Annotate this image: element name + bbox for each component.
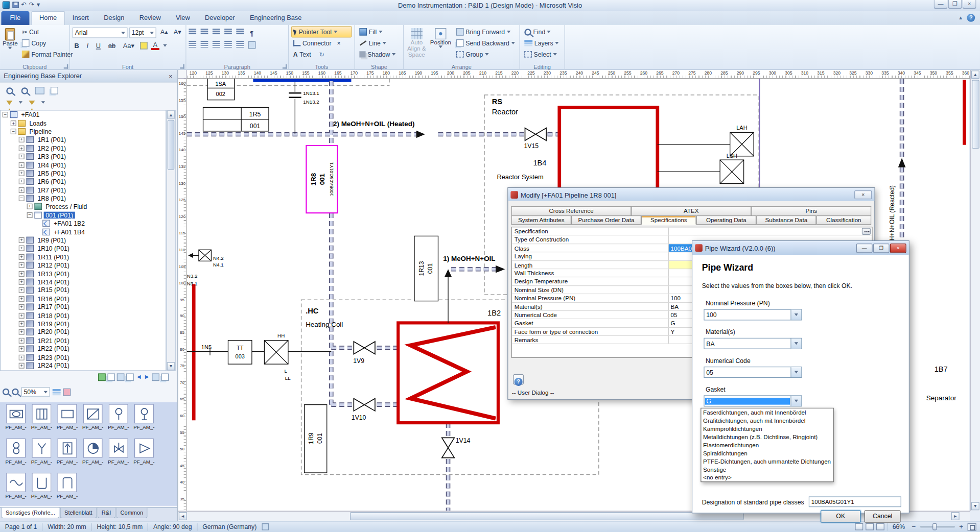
valve-1v14[interactable]	[442, 438, 454, 457]
tree-expander-icon[interactable]: +	[27, 204, 33, 209]
tree-item[interactable]: +1R14 (P01)	[1, 278, 166, 286]
window-split-icon[interactable]	[117, 373, 125, 381]
line-button[interactable]: Line	[358, 37, 401, 49]
navigate-back-icon[interactable]: ◄	[136, 373, 142, 381]
pipe-wizard-titlebar[interactable]: Pipe Wizard (V2.0.0 (6)) — ❐ ×	[692, 241, 908, 255]
format-painter-button[interactable]: Format Painter	[20, 49, 75, 60]
property-label[interactable]: Numerical Code	[512, 311, 669, 319]
tree-item[interactable]: +Process / Fluid	[1, 203, 166, 211]
tree-scrollbar[interactable]: ▲ ▼	[166, 110, 175, 371]
tree-item[interactable]: +1R16 (P01)	[1, 295, 166, 303]
stencil-shape[interactable]: PF_AM_-	[29, 473, 54, 506]
window-cascade-icon[interactable]	[126, 373, 134, 381]
shape-height-indicator[interactable]: Height: 10,5 mm	[92, 523, 148, 530]
tree-expander-icon[interactable]: +	[19, 179, 25, 184]
stencil-shape[interactable]: PF_AM_-	[106, 404, 131, 438]
tree-item[interactable]: +1R20 (P01)	[1, 328, 166, 336]
valve-1v15[interactable]	[525, 128, 546, 140]
tree-expander-icon[interactable]: +	[19, 262, 25, 268]
tree-item[interactable]: +1R2 (P01)	[1, 144, 166, 152]
stencil-shape[interactable]: PF_AM_-	[29, 439, 54, 473]
tree-item[interactable]: −+FA01	[1, 111, 166, 119]
chevron-down-icon[interactable]	[790, 396, 801, 406]
shape-width-indicator[interactable]: Width: 20 mm	[42, 523, 91, 530]
explorer-close-icon[interactable]: ×	[166, 72, 175, 81]
tab-substance-data[interactable]: Substance Data	[756, 215, 816, 225]
ribbon-tab-review[interactable]: Review	[132, 11, 168, 25]
fill-button[interactable]: Fill	[358, 26, 401, 37]
chevron-down-icon[interactable]	[790, 310, 801, 320]
tree-expander-icon[interactable]: −	[19, 196, 25, 201]
vertical-scrollbar[interactable]: ▲ ▼	[970, 70, 980, 511]
align-center-icon[interactable]	[201, 29, 208, 35]
valve-1v10[interactable]	[354, 398, 375, 410]
horizontal-scrollbar-thumb[interactable]	[350, 512, 744, 520]
language-indicator[interactable]: German (Germany)	[197, 523, 262, 530]
stencil-zoom-combo[interactable]: 50%	[21, 387, 50, 396]
change-case-button[interactable]: Aa▾	[121, 41, 136, 50]
tab-cross-reference[interactable]: Cross Reference	[511, 206, 632, 215]
property-value[interactable]	[669, 227, 872, 235]
valve-1v9[interactable]	[354, 342, 375, 354]
nominal-pressure-combo[interactable]: 100	[704, 309, 802, 320]
position-button[interactable]: Position	[430, 26, 451, 60]
grid-view-icon[interactable]	[49, 86, 60, 96]
align-middle-icon[interactable]	[201, 41, 208, 47]
tree-item[interactable]: +1R24 (P01)	[1, 361, 166, 370]
dropdown-option[interactable]: PTFE-Dichtungen, auch ummantelte Dichtun…	[701, 457, 833, 465]
dropdown-option[interactable]: Elastomerdichtungen	[701, 441, 833, 449]
tree-expander-icon[interactable]: +	[19, 271, 25, 276]
tree-item[interactable]: +1R17 (P01)	[1, 303, 166, 311]
maximize-button[interactable]: ❐	[948, 0, 962, 9]
property-label[interactable]: Design Temperature	[512, 278, 669, 285]
paste-button[interactable]: Paste	[3, 26, 18, 60]
stencil-shape[interactable]: PF_AM_-	[131, 439, 157, 473]
tree-expander-icon[interactable]: +	[19, 154, 25, 159]
tab-pins[interactable]: Pins	[751, 206, 871, 215]
ribbon-tab-developer[interactable]: Developer	[197, 11, 242, 25]
filter-2-dropdown-icon[interactable]	[41, 101, 45, 104]
tree-item[interactable]: +1R5 (P01)	[1, 169, 166, 177]
stencil-zoom-out-icon[interactable]	[12, 389, 18, 395]
heating-coil-element[interactable]	[411, 327, 496, 419]
zoom-in-tree-icon[interactable]	[4, 86, 15, 96]
stencil-tab-stellenblatt[interactable]: Stellenblatt	[60, 507, 97, 518]
title-bar[interactable]: ↶ ↷ ▾ Demo Instrumentation : P&ID 1 (Des…	[0, 0, 980, 11]
stencil-shape[interactable]: PF_AM_-	[80, 439, 106, 473]
materials-combo[interactable]: BA	[704, 338, 802, 349]
modify-dialog-titlebar[interactable]: Modify [+FA01 Pipeline 1R8 001] ×	[508, 188, 874, 201]
tree-expander-icon[interactable]: +	[19, 137, 25, 142]
tree-expander-icon[interactable]: +	[19, 279, 25, 285]
ribbon-tab-file[interactable]: File	[1, 11, 29, 25]
wizard-minimize-button[interactable]: —	[856, 243, 873, 252]
group-button[interactable]: Group	[454, 49, 517, 60]
dialog-help-button[interactable]: ?	[513, 374, 524, 385]
zoom-in-icon[interactable]: +	[958, 523, 965, 530]
property-label[interactable]: Face form or type of connection	[512, 328, 669, 335]
ok-button[interactable]: OK	[821, 510, 860, 522]
property-label[interactable]: Specification	[512, 227, 669, 235]
gasket-combo[interactable]: G	[704, 395, 802, 406]
align-top-icon[interactable]	[189, 41, 196, 47]
zoom-slider-thumb[interactable]	[932, 523, 937, 530]
tree-item[interactable]: +1R22 (P01)	[1, 345, 166, 353]
scroll-up-icon[interactable]: ▲	[167, 111, 175, 119]
dropdown-option[interactable]: Kammprofildichtungen	[701, 425, 833, 433]
tree-expander-icon[interactable]: +	[11, 120, 16, 126]
tab-atex[interactable]: ATEX	[631, 206, 751, 215]
stencil-shape[interactable]: PF_AM_-	[29, 404, 54, 438]
navigate-forward-icon[interactable]: ►	[144, 373, 150, 381]
scroll-left-icon[interactable]: ◄	[179, 512, 187, 520]
property-label[interactable]: Length	[512, 261, 669, 269]
tree-expander-icon[interactable]: +	[19, 162, 25, 167]
tree-expander-icon[interactable]: +	[19, 312, 25, 318]
tree-item[interactable]: +1R13 (P01)	[1, 270, 166, 278]
ribbon-tab-insert[interactable]: Insert	[65, 11, 96, 25]
zoom-tree-icon[interactable]	[19, 86, 30, 96]
tree-expander-icon[interactable]: −	[27, 212, 33, 218]
modify-close-button[interactable]: ×	[854, 190, 872, 199]
tree-item[interactable]: +FA01 1B2	[1, 219, 166, 227]
tree-item[interactable]: +1R18 (P01)	[1, 311, 166, 320]
property-label[interactable]: Type of Construction	[512, 236, 669, 244]
property-label[interactable]: Gasket	[512, 319, 669, 327]
